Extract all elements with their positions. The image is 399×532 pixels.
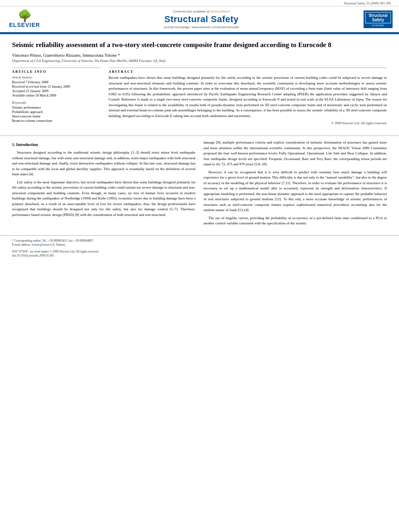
keywords-label: Keywords: [12, 101, 101, 105]
journal-logo-title: StructuralSafety [365, 12, 391, 23]
article-info-abstract: Article Info Article history: Received 7… [12, 68, 387, 125]
email-note: E-mail address: itolone@unisa.it (I. Tol… [12, 243, 387, 247]
elsevier-wordmark: ELSEVIER [9, 22, 40, 28]
article-history-label: Article history: [12, 75, 101, 79]
journal-logo-box: StructuralSafety ELSEVIER [364, 10, 393, 28]
article-header: Seismic reliability assessment of a two-… [0, 34, 399, 131]
section-1-heading: 1. Introduction [12, 142, 195, 148]
abstract-text: Recent earthquakes have shown that some … [109, 75, 387, 119]
footnote-area: * Corresponding author. Tel.: +39 089963… [0, 235, 399, 261]
article-info-header: Article Info [12, 68, 101, 74]
elsevier-tree-icon: 🌳 [18, 10, 32, 22]
journal-logo-subtitle: ELSEVIER [365, 24, 391, 27]
body-para-4: However, it can be recognized that it is… [204, 170, 387, 213]
keyword-3: Steel-concrete frame [12, 114, 101, 118]
body-para-3: damage [9], multiple performance criteri… [204, 140, 387, 167]
body-para-2: Life safety is the most important object… [12, 180, 195, 218]
sciencedirect-banner: Contents lists available at ScienceDirec… [47, 10, 356, 13]
section-divider [0, 136, 399, 136]
copyright-notice: 0167-4730/$ - see front matter © 2009 El… [12, 250, 387, 254]
doi-text: doi:10.1016/j.strusafe.2009.01.001 [12, 254, 387, 258]
journal-logo-right: StructuralSafety ELSEVIER [360, 10, 393, 28]
elsevier-logo: 🌳 ELSEVIER [6, 10, 43, 28]
journal-homepage: journal homepage: www.elsevier.com/locat… [47, 25, 356, 29]
abstract-copyright: © 2009 Elsevier Ltd. All rights reserved… [109, 121, 387, 125]
email-link[interactable]: itolone@unisa.it [32, 243, 52, 246]
body-col-left: 1. Introduction Structures designed acco… [12, 140, 195, 229]
article-revised: Received in revised form 15 January 2009 [12, 84, 101, 88]
journal-center: Contents lists available at ScienceDirec… [47, 10, 356, 29]
body-para-5: The use of fragility curves, providing t… [204, 216, 387, 226]
article-info-section: Article Info Article history: Received 7… [12, 68, 101, 97]
article-authors: Vincenzo Piluso, Gianvittorio Rizzano, I… [12, 53, 387, 58]
body-para-1: Structures designed according to the tra… [12, 150, 195, 177]
journal-title: Structural Safety [47, 14, 356, 25]
journal-header: 🌳 ELSEVIER Contents lists available at S… [0, 6, 399, 33]
article-received: Received 7 February 2008 [12, 80, 101, 84]
abstract-header: Abstract [109, 68, 387, 74]
keywords-section: Keywords: Seismic performance Probabilis… [12, 101, 101, 123]
article-info-col: Article Info Article history: Received 7… [12, 68, 101, 125]
article-title: Seismic reliability assessment of a two-… [12, 41, 387, 49]
keyword-2: Probabilistic approach [12, 110, 101, 114]
journal-citation-bar: Structural Safety 31 (2009) 383–395 [0, 0, 399, 6]
sciencedirect-link[interactable]: ScienceDirect [210, 10, 230, 13]
corresponding-author-note: * Corresponding author. Tel.: +39 089963… [12, 239, 387, 243]
keyword-4: Beam-to-column connections [12, 119, 101, 123]
article-accepted: Accepted 21 January 2009 [12, 89, 101, 93]
body-col-right: damage [9], multiple performance criteri… [204, 140, 387, 229]
article-affiliation: Department of Civil Engineering, Univers… [12, 59, 387, 63]
body-content: 1. Introduction Structures designed acco… [0, 140, 399, 235]
article-available: Available online 20 March 2009 [12, 93, 101, 97]
keyword-1: Seismic performance [12, 105, 101, 109]
abstract-col: Abstract Recent earthquakes have shown t… [109, 68, 387, 125]
